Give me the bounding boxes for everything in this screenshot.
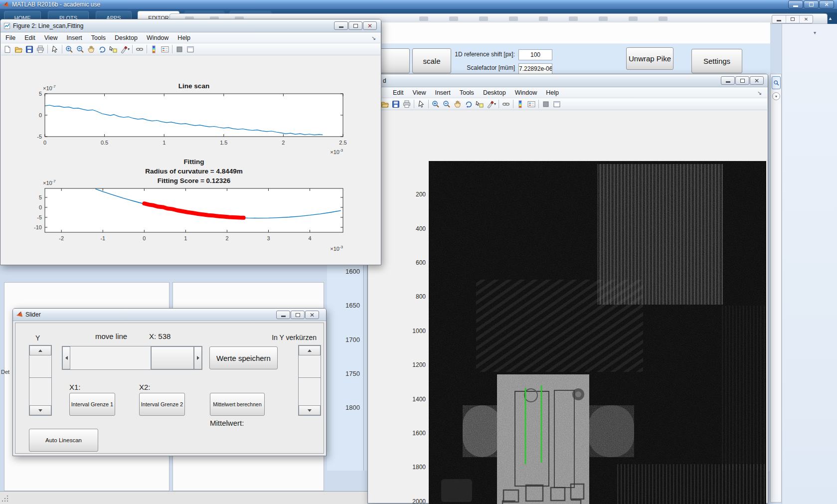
cursor-icon[interactable] xyxy=(416,99,427,109)
mittelwert-label: Mittelwert: xyxy=(210,419,244,427)
background-axis-number: 1750 xyxy=(327,370,360,378)
panel-gray-icon[interactable] xyxy=(540,99,551,109)
slider-right-arrow[interactable] xyxy=(194,346,202,369)
rotate-icon[interactable] xyxy=(97,44,108,54)
panel-white-icon[interactable] xyxy=(551,99,562,109)
y-scroll-up-button[interactable] xyxy=(29,345,51,355)
zoom-out-icon[interactable] xyxy=(441,99,452,109)
brush-dropdown-caret-icon[interactable]: ▾ xyxy=(128,47,130,51)
unwrap-pike-button[interactable]: Unwrap Pike xyxy=(626,47,673,70)
menu-item-desktop[interactable]: Desktop xyxy=(110,33,142,42)
figure2-restore-button[interactable] xyxy=(348,21,362,30)
search-button[interactable] xyxy=(772,76,781,89)
in-y-scroll-up-button[interactable] xyxy=(299,345,321,355)
auto-linescan-button[interactable]: Auto Linescan xyxy=(29,429,98,452)
figure1-restore-button[interactable] xyxy=(735,76,749,85)
werte-speichern-button[interactable]: Werte speichern xyxy=(209,346,278,369)
dock-figure-icon[interactable]: ↘ xyxy=(757,90,762,96)
interval-grenze-2-button[interactable]: Interval Grenze 2 xyxy=(139,393,185,416)
menu-item-window[interactable]: Window xyxy=(142,33,173,42)
panel-white-icon[interactable] xyxy=(185,44,196,54)
colorbar-icon[interactable] xyxy=(149,44,160,54)
menu-item-edit[interactable]: Edit xyxy=(388,88,408,97)
save-icon[interactable] xyxy=(24,44,35,54)
print-icon[interactable] xyxy=(35,44,46,54)
link-icon[interactable] xyxy=(501,99,511,109)
svg-text:2: 2 xyxy=(225,235,228,241)
bg-minimize-button[interactable] xyxy=(772,15,786,23)
new-icon[interactable] xyxy=(2,44,13,54)
legend-icon[interactable] xyxy=(526,99,537,109)
slider-minimize-button[interactable] xyxy=(276,311,290,319)
minimize-button[interactable] xyxy=(788,0,803,8)
figure2-close-button[interactable]: ✕ xyxy=(363,21,377,30)
panel-gray-icon[interactable] xyxy=(174,44,185,54)
menu-item-view[interactable]: View xyxy=(40,33,62,42)
resize-grip-icon[interactable] xyxy=(1,495,9,503)
move-line-label: move line xyxy=(95,332,127,340)
figure2-menubar: FileEditViewInsertToolsDesktopWindowHelp xyxy=(1,32,380,43)
slider-close-button[interactable]: ✕ xyxy=(305,311,319,319)
image-y-tick-label: 1200 xyxy=(406,361,426,369)
zoom-in-icon[interactable] xyxy=(430,99,441,109)
close-button[interactable]: ✕ xyxy=(819,0,834,8)
mittelwert-berechnen-button[interactable]: Mittelwert berechnen xyxy=(210,393,265,416)
colorbar-icon[interactable] xyxy=(515,99,526,109)
brush-dropdown-caret-icon[interactable]: ▾ xyxy=(494,102,496,106)
data-cursor-icon[interactable] xyxy=(474,99,485,109)
zoom-out-icon[interactable] xyxy=(75,44,86,54)
slider-left-arrow[interactable] xyxy=(62,346,70,369)
data-cursor-icon[interactable] xyxy=(108,44,119,54)
slider-thumb[interactable] xyxy=(151,346,194,369)
restore-button[interactable] xyxy=(804,0,819,8)
zoom-in-icon[interactable] xyxy=(64,44,75,54)
pan-icon[interactable] xyxy=(86,44,97,54)
figure2-titlebar[interactable]: Figure 2: Line_scan,Fitting ✕ xyxy=(0,19,381,32)
print-icon[interactable] xyxy=(401,99,412,109)
slider-titlebar[interactable]: Slider ✕ xyxy=(13,309,326,321)
slider-panel: Y move line X: 538 In Y verkürzen Werte … xyxy=(15,323,324,454)
scalefactor-input[interactable] xyxy=(518,63,552,74)
toolbar-separator xyxy=(513,100,513,108)
image-y-tick-label: 2000 xyxy=(406,498,426,504)
figure1-minimize-button[interactable] xyxy=(721,76,735,85)
settings-button[interactable]: Settings xyxy=(691,49,742,73)
menu-item-tools[interactable]: Tools xyxy=(455,88,479,97)
collapse-arrow-icon[interactable]: ▾ xyxy=(814,30,816,35)
ref-shift-input[interactable] xyxy=(518,49,552,60)
menu-item-desktop[interactable]: Desktop xyxy=(479,88,510,97)
in-y-scroll-down-button[interactable] xyxy=(299,405,321,415)
cursor-icon[interactable] xyxy=(49,44,60,54)
dock-figure-icon[interactable]: ↘ xyxy=(371,35,376,41)
move-line-slider[interactable] xyxy=(62,346,202,370)
open-icon[interactable] xyxy=(13,44,24,54)
menu-item-file[interactable]: File xyxy=(1,33,20,42)
toolbar-separator xyxy=(538,100,539,108)
y-scrollbar[interactable] xyxy=(29,345,52,416)
save-icon[interactable] xyxy=(390,99,401,109)
bg-close-button[interactable]: ✕ xyxy=(799,15,813,23)
pan-icon[interactable] xyxy=(452,99,463,109)
menu-item-insert[interactable]: Insert xyxy=(62,33,87,42)
chevron-down-icon[interactable]: ▼ xyxy=(772,92,780,100)
menu-item-tools[interactable]: Tools xyxy=(87,33,110,42)
menu-item-window[interactable]: Window xyxy=(510,88,541,97)
link-icon[interactable] xyxy=(134,44,145,54)
legend-icon[interactable] xyxy=(160,44,170,54)
main-window-titlebar[interactable]: MATLAB R2016b - academic use ✕ xyxy=(0,0,837,9)
figure1-titlebar[interactable]: d ✕ xyxy=(368,74,768,87)
in-y-scrollbar[interactable] xyxy=(298,345,321,416)
svg-text:1: 1 xyxy=(163,140,166,146)
rotate-icon[interactable] xyxy=(463,99,474,109)
figure2-minimize-button[interactable] xyxy=(334,21,348,30)
menu-item-insert[interactable]: Insert xyxy=(430,88,455,97)
figure1-close-button[interactable]: ✕ xyxy=(750,76,764,85)
slider-restore-button[interactable] xyxy=(291,311,305,319)
menu-item-help[interactable]: Help xyxy=(173,33,195,42)
y-scroll-down-button[interactable] xyxy=(29,405,51,415)
bg-restore-button[interactable] xyxy=(786,15,799,23)
interval-grenze-1-button[interactable]: Interval Grenze 1 xyxy=(69,393,115,416)
menu-item-help[interactable]: Help xyxy=(541,88,563,97)
menu-item-edit[interactable]: Edit xyxy=(20,33,40,42)
menu-item-view[interactable]: View xyxy=(408,88,431,97)
